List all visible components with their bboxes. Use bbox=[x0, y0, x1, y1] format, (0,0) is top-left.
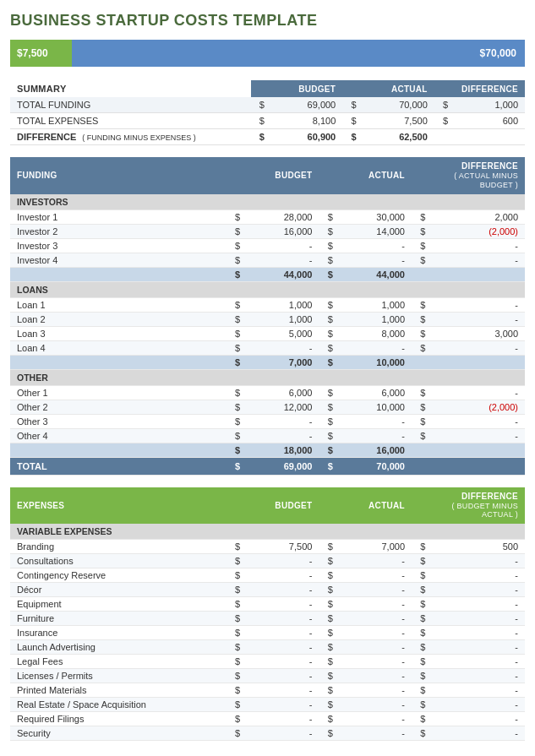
total-funding-dsym: $ bbox=[434, 97, 455, 113]
actual-val: 6,000 bbox=[340, 385, 412, 400]
budget-val: - bbox=[247, 414, 319, 428]
subtotal-row: $ 7,000 $ 10,000 bbox=[10, 355, 525, 369]
table-row: Licenses / Permits $ - $ - $ - bbox=[10, 669, 525, 683]
row-label: Loan 2 bbox=[10, 312, 227, 326]
diff-val: - bbox=[432, 385, 525, 400]
summary-col-budget: BUDGET bbox=[271, 80, 342, 97]
actual-val: - bbox=[340, 597, 412, 612]
row-label: Investor 3 bbox=[10, 238, 227, 253]
table-row: Insurance $ - $ - $ - bbox=[10, 626, 525, 640]
actual-sym: $ bbox=[319, 385, 339, 400]
actual-sym: $ bbox=[319, 554, 339, 568]
diff-sym: $ bbox=[412, 238, 432, 253]
actual-val: - bbox=[340, 640, 412, 655]
actual-sym: $ bbox=[319, 340, 339, 355]
table-row: Legal Fees $ - $ - $ - bbox=[10, 655, 525, 669]
progress-bar: $7,500 $70,000 bbox=[10, 40, 525, 67]
budget-sym: $ bbox=[227, 209, 247, 224]
budget-sym: $ bbox=[227, 712, 247, 726]
budget-val: - bbox=[247, 712, 319, 726]
budget-val: - bbox=[247, 683, 319, 698]
actual-val: - bbox=[340, 428, 412, 443]
table-row: TOTAL FUNDING $ 69,000 $ 70,000 $ 1,000 bbox=[10, 97, 525, 113]
row-label: Real Estate / Space Acquisition bbox=[10, 698, 227, 712]
actual-sym: $ bbox=[319, 583, 339, 597]
actual-sym: $ bbox=[319, 669, 339, 683]
actual-val: - bbox=[340, 414, 412, 428]
actual-sym: $ bbox=[319, 712, 339, 726]
budget-val: - bbox=[247, 698, 319, 712]
diff-sym: $ bbox=[412, 554, 432, 568]
budget-sym: $ bbox=[227, 640, 247, 655]
row-label: Loan 1 bbox=[10, 297, 227, 312]
total-row: TOTAL $ 69,000 $ 70,000 bbox=[10, 457, 525, 475]
row-label: Other 4 bbox=[10, 428, 227, 443]
row-label: Other 3 bbox=[10, 414, 227, 428]
actual-val: - bbox=[340, 683, 412, 698]
total-expenses-asym: $ bbox=[342, 113, 363, 129]
expenses-header-row: EXPENSES BUDGET ACTUAL DIFFERENCE ( BUDG… bbox=[10, 487, 525, 525]
budget-val: 16,000 bbox=[247, 224, 319, 238]
diff-val: - bbox=[432, 597, 525, 612]
actual-sym: $ bbox=[319, 238, 339, 253]
diff-val: - bbox=[432, 698, 525, 712]
row-label: Security bbox=[10, 726, 227, 741]
diff-sym: $ bbox=[412, 626, 432, 640]
budget-val: - bbox=[247, 340, 319, 355]
budget-val: - bbox=[247, 640, 319, 655]
funding-col-diff: DIFFERENCE ( ACTUAL MINUS BUDGET ) bbox=[432, 157, 525, 194]
actual-sym: $ bbox=[319, 428, 339, 443]
summary-col-actual: ACTUAL bbox=[363, 80, 434, 97]
budget-val: - bbox=[247, 568, 319, 583]
diff-sym: $ bbox=[412, 683, 432, 698]
table-row: Equipment $ - $ - $ - bbox=[10, 597, 525, 612]
table-row: Loan 4 $ - $ - $ - bbox=[10, 340, 525, 355]
diff-sym: $ bbox=[412, 414, 432, 428]
diff-val: - bbox=[432, 583, 525, 597]
total-funding-budget: 69,000 bbox=[271, 97, 342, 113]
actual-val: - bbox=[340, 253, 412, 267]
summary-table: SUMMARY BUDGET ACTUAL DIFFERENCE TOTAL F… bbox=[10, 80, 525, 145]
budget-sym: $ bbox=[227, 414, 247, 428]
funding-col-actual: ACTUAL bbox=[340, 157, 412, 194]
page-title: BUSINESS STARTUP COSTS TEMPLATE bbox=[10, 12, 525, 30]
diff-sym: $ bbox=[412, 385, 432, 400]
diff-sym: $ bbox=[412, 640, 432, 655]
budget-val: 7,500 bbox=[247, 540, 319, 554]
total-expenses-budget: 8,100 bbox=[271, 113, 342, 129]
table-row: Loan 2 $ 1,000 $ 1,000 $ - bbox=[10, 312, 525, 326]
table-row: Real Estate / Space Acquisition $ - $ - … bbox=[10, 698, 525, 712]
actual-sym: $ bbox=[319, 253, 339, 267]
table-row: Other 1 $ 6,000 $ 6,000 $ - bbox=[10, 385, 525, 400]
budget-sym: $ bbox=[227, 400, 247, 414]
actual-sym: $ bbox=[319, 612, 339, 626]
actual-val: 1,000 bbox=[340, 297, 412, 312]
actual-val: 1,000 bbox=[340, 312, 412, 326]
actual-val: - bbox=[340, 698, 412, 712]
budget-sym: $ bbox=[227, 428, 247, 443]
row-label: Investor 4 bbox=[10, 253, 227, 267]
diff-val: - bbox=[432, 253, 525, 267]
actual-val: - bbox=[340, 612, 412, 626]
diff-bsym: $ bbox=[251, 129, 271, 145]
table-row: Other 3 $ - $ - $ - bbox=[10, 414, 525, 428]
table-row: Required Filings $ - $ - $ - bbox=[10, 712, 525, 726]
diff-val: - bbox=[432, 640, 525, 655]
budget-sym: $ bbox=[227, 626, 247, 640]
diff-label: DIFFERENCE ( FUNDING MINUS EXPENSES ) bbox=[10, 129, 251, 145]
category-row: VARIABLE EXPENSES bbox=[10, 524, 525, 540]
actual-sym: $ bbox=[319, 400, 339, 414]
difference-row: DIFFERENCE ( FUNDING MINUS EXPENSES ) $ … bbox=[10, 129, 525, 145]
diff-sym: $ bbox=[412, 297, 432, 312]
expenses-col-actual: ACTUAL bbox=[340, 487, 412, 525]
budget-val: 6,000 bbox=[247, 385, 319, 400]
budget-sym: $ bbox=[227, 612, 247, 626]
actual-val: - bbox=[340, 626, 412, 640]
actual-val: 8,000 bbox=[340, 326, 412, 340]
row-label: Other 1 bbox=[10, 385, 227, 400]
row-label: Investor 2 bbox=[10, 224, 227, 238]
budget-val: - bbox=[247, 612, 319, 626]
budget-val: 5,000 bbox=[247, 326, 319, 340]
summary-col-diff: DIFFERENCE bbox=[455, 80, 525, 97]
budget-val: 1,000 bbox=[247, 297, 319, 312]
